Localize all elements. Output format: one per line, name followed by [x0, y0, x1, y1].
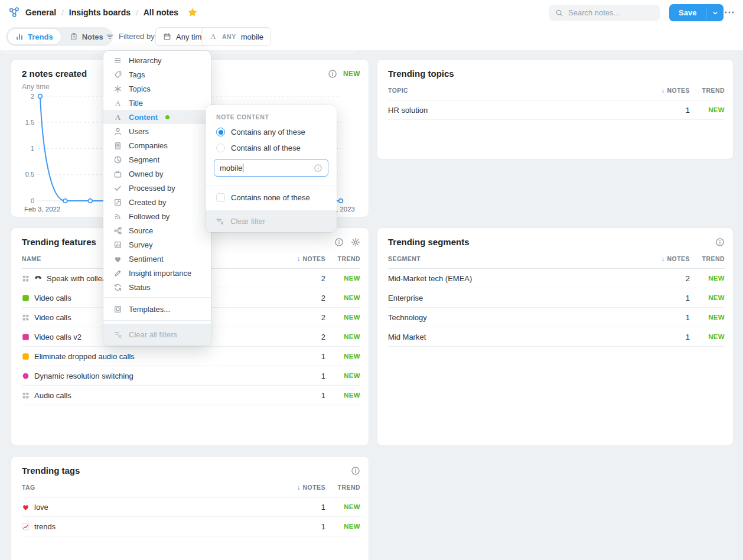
table-row[interactable]: Dynamic resolution switching1NEW [22, 366, 360, 386]
row-label: Dynamic resolution switching [22, 372, 294, 380]
column-header-trend: TREND [325, 484, 360, 491]
clear-filter-button[interactable]: Clear filter [206, 210, 337, 232]
table-row[interactable]: Eliminate dropped audio calls1NEW [22, 347, 360, 366]
content-terms-input[interactable]: mobile [214, 159, 328, 177]
menu-item-sentiment[interactable]: Sentiment [103, 252, 211, 266]
table-row[interactable]: trends1NEW [22, 517, 360, 536]
signal-icon [113, 212, 122, 221]
svg-text:0: 0 [31, 197, 34, 204]
menu-item-topics[interactable]: Topics [103, 82, 211, 96]
menu-item-followed-by[interactable]: Followed by [103, 209, 211, 223]
tag-icon [113, 70, 122, 79]
breadcrumb-item-insights-boards[interactable]: Insights boards [69, 8, 131, 17]
row-label-text: trends [34, 522, 56, 531]
row-label-text: HR solution [388, 106, 428, 115]
filtered-by-button[interactable]: Filtered by [106, 32, 155, 41]
trending-segments-card: Trending segments SEGMENT↓NOTESTRENDMid-… [377, 227, 734, 446]
menu-item-label: Owned by [129, 170, 164, 178]
info-icon[interactable] [351, 466, 360, 476]
menu-item-tags[interactable]: Tags [103, 67, 211, 82]
favorite-star-icon[interactable] [187, 7, 198, 18]
content-filter-chip[interactable]: A ANY mobile [201, 27, 271, 46]
menu-item-processed-by[interactable]: Processed by [103, 181, 211, 195]
gear-icon[interactable] [351, 237, 360, 247]
view-segmented-control: TrendsNotes [6, 27, 113, 46]
column-header-notes[interactable]: ↓NOTES [294, 255, 325, 263]
column-header-notes[interactable]: ↓NOTES [294, 483, 325, 491]
row-label-text: Audio calls [34, 391, 71, 400]
radio-option-contains-any-of-these[interactable]: Contains any of these [216, 128, 326, 136]
menu-item-content[interactable]: AContent [103, 110, 211, 124]
clear-filter-icon [113, 330, 122, 339]
menu-item-hierarchy[interactable]: Hierarchy [103, 53, 211, 67]
menu-item-title[interactable]: ATitle [103, 96, 211, 110]
row-trend-badge: NEW [690, 294, 725, 301]
building-icon [113, 141, 122, 150]
breadcrumb-item-general[interactable]: General [25, 8, 56, 17]
menu-item-owned-by[interactable]: Owned by [103, 167, 211, 181]
menu-item-source[interactable]: Source [103, 223, 211, 237]
bars-icon [15, 32, 24, 41]
source-icon [113, 226, 122, 235]
sort-descending-icon: ↓ [296, 255, 300, 263]
row-label-text: Enterprise [388, 294, 423, 302]
row-label-text: Video calls v2 [34, 333, 82, 341]
tab-label: Notes [82, 32, 103, 41]
info-icon[interactable] [334, 237, 344, 247]
table-row[interactable]: Technology1NEW [388, 308, 725, 327]
radio-option-contains-all-of-these[interactable]: Contains all of these [216, 144, 326, 152]
app-header: General/Insights boards/All notes Search… [0, 0, 743, 50]
row-notes-count: 1 [294, 522, 325, 531]
tab-trends[interactable]: Trends [8, 29, 61, 44]
row-notes-count: 1 [658, 313, 690, 322]
table-row[interactable]: Mid Market1NEW [388, 327, 725, 347]
overflow-menu-button[interactable] [723, 7, 736, 18]
magenta-square [22, 333, 30, 341]
search-input[interactable]: Search notes... [549, 5, 660, 21]
menu-item-templates[interactable]: Templates... [103, 301, 211, 317]
radio-button[interactable] [216, 144, 225, 152]
phone-icon [34, 275, 42, 282]
column-header-notes[interactable]: ↓NOTES [658, 255, 690, 263]
row-label: Mid Market [388, 333, 658, 341]
logo-icon[interactable] [8, 6, 20, 18]
save-dropdown-button[interactable] [706, 4, 724, 21]
table-row[interactable]: HR solution1NEW [388, 100, 725, 120]
save-button[interactable]: Save [669, 4, 724, 21]
menu-item-label: Created by [129, 198, 167, 207]
tab-notes[interactable]: Notes [62, 29, 111, 44]
row-notes-count: 1 [658, 333, 690, 341]
notes-header-label: NOTES [303, 484, 325, 491]
clear-all-filters-button[interactable]: Clear all filters [103, 324, 211, 346]
menu-item-companies[interactable]: Companies [103, 138, 211, 152]
user-icon [113, 127, 122, 136]
info-icon[interactable] [715, 237, 725, 247]
breadcrumb-item-all-notes[interactable]: All notes [144, 8, 178, 17]
menu-item-users[interactable]: Users [103, 124, 211, 138]
menu-item-segment[interactable]: Segment [103, 152, 211, 167]
menu-item-status[interactable]: Status [103, 280, 211, 294]
row-label: Eliminate dropped audio calls [22, 352, 294, 361]
table-row[interactable]: Audio calls1NEW [22, 386, 360, 405]
table-row[interactable]: Enterprise1NEW [388, 288, 725, 308]
radio-button[interactable] [216, 128, 225, 136]
menu-item-label: Title [129, 99, 143, 108]
row-trend-badge: NEW [325, 392, 360, 399]
grid-icon [22, 392, 30, 399]
menu-item-insight-importance[interactable]: Insight importance [103, 266, 211, 280]
contains-none-checkbox-row[interactable]: Contains none of these [216, 193, 326, 202]
row-label-text: Dynamic resolution switching [34, 372, 133, 380]
save-button-label[interactable]: Save [669, 4, 706, 21]
menu-item-survey[interactable]: Survey [103, 237, 211, 252]
table-header: SEGMENT↓NOTESTREND [388, 249, 725, 269]
menu-item-created-by[interactable]: Created by [103, 195, 211, 209]
row-label-text: Video calls [34, 294, 71, 302]
row-label: HR solution [388, 106, 658, 115]
row-label-text: Technology [388, 313, 427, 322]
popover-divider [206, 185, 337, 185]
contains-none-checkbox[interactable] [216, 193, 225, 202]
column-header-notes[interactable]: ↓NOTES [658, 86, 690, 95]
radio-label: Contains all of these [231, 144, 301, 152]
table-row[interactable]: Mid-Market tech (EMEA)2NEW [388, 269, 725, 288]
table-row[interactable]: love1NEW [22, 497, 360, 517]
